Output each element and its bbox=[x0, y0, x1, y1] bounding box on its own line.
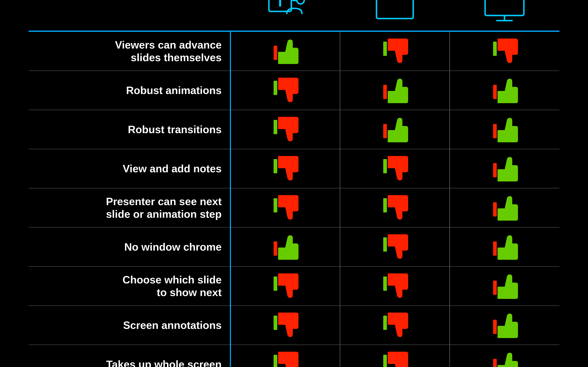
browser-cell bbox=[340, 267, 450, 306]
svg-rect-35 bbox=[278, 156, 282, 168]
feature-label-text: Robust animations bbox=[31, 84, 222, 97]
thumbs-up-icon bbox=[492, 312, 518, 338]
comparison-table: T bbox=[29, 0, 559, 367]
svg-rect-31 bbox=[388, 130, 391, 142]
svg-rect-33 bbox=[498, 130, 501, 142]
thumbs-down-icon bbox=[272, 194, 298, 221]
thumbs-down-icon bbox=[272, 351, 298, 367]
svg-rect-61 bbox=[388, 313, 391, 325]
thumbs-up-icon bbox=[492, 116, 518, 142]
monitor-icon bbox=[482, 0, 527, 24]
thumbs-down-icon bbox=[492, 38, 518, 64]
svg-rect-29 bbox=[278, 117, 282, 129]
table-row: Choose which slideto show next bbox=[29, 267, 559, 306]
thumbs-down-icon bbox=[381, 272, 408, 299]
svg-rect-27 bbox=[498, 91, 501, 103]
svg-rect-66 bbox=[383, 355, 387, 367]
svg-rect-26 bbox=[493, 85, 497, 99]
svg-point-3 bbox=[297, 0, 304, 4]
table-row: Robust transitions bbox=[29, 110, 559, 149]
svg-rect-4 bbox=[376, 0, 413, 18]
svg-rect-28 bbox=[274, 120, 277, 134]
thumbs-up-icon bbox=[492, 77, 518, 103]
feature-label-cell: View and add notes bbox=[29, 149, 230, 188]
feature-label-text: View and add notes bbox=[31, 162, 222, 175]
svg-rect-54 bbox=[383, 276, 387, 291]
teams-cell bbox=[230, 188, 340, 227]
thumbs-up-icon bbox=[272, 38, 298, 64]
svg-rect-30 bbox=[383, 124, 387, 138]
fullscreen-cell bbox=[450, 227, 559, 267]
svg-rect-62 bbox=[493, 320, 497, 334]
feature-label-cell: Screen annotations bbox=[29, 306, 230, 345]
thumbs-up-icon bbox=[381, 116, 408, 142]
fullscreen-cell bbox=[450, 32, 559, 71]
svg-rect-25 bbox=[388, 91, 391, 103]
svg-rect-57 bbox=[498, 287, 501, 299]
browser-cell bbox=[340, 306, 450, 345]
thumbs-down-icon bbox=[381, 312, 408, 338]
fullscreen-cell bbox=[450, 306, 559, 345]
feature-label-cell: Robust animations bbox=[29, 71, 230, 110]
header-teams: T bbox=[230, 0, 340, 31]
browser-cell bbox=[340, 345, 450, 367]
teams-cell bbox=[230, 149, 340, 188]
svg-rect-19 bbox=[388, 39, 391, 51]
svg-rect-16 bbox=[274, 46, 277, 60]
teams-cell bbox=[230, 345, 340, 367]
fullscreen-cell bbox=[450, 345, 559, 367]
thumbs-up-icon bbox=[492, 155, 518, 182]
feature-label-text: Viewers can advanceslides themselves bbox=[31, 39, 222, 64]
teams-icon: T bbox=[263, 0, 308, 24]
browser-cell bbox=[340, 110, 450, 149]
svg-rect-36 bbox=[383, 159, 387, 173]
svg-rect-56 bbox=[493, 281, 497, 295]
svg-rect-69 bbox=[498, 365, 501, 367]
thumbs-up-icon bbox=[492, 233, 518, 260]
svg-rect-55 bbox=[388, 273, 391, 286]
header-monitor bbox=[450, 0, 559, 31]
svg-rect-23 bbox=[278, 78, 282, 90]
teams-cell bbox=[230, 32, 340, 71]
feature-label-text: No window chrome bbox=[31, 241, 222, 253]
svg-rect-52 bbox=[274, 276, 277, 291]
teams-cell bbox=[230, 227, 340, 267]
table-row: Robust animations bbox=[29, 71, 559, 110]
svg-rect-60 bbox=[383, 316, 387, 330]
feature-label-cell: Choose which slideto show next bbox=[29, 267, 230, 306]
svg-rect-64 bbox=[274, 355, 277, 367]
thumbs-down-icon bbox=[381, 155, 408, 182]
svg-rect-39 bbox=[498, 169, 501, 182]
svg-rect-34 bbox=[274, 159, 277, 173]
table-row: Screen annotations bbox=[29, 306, 559, 345]
browser-cell bbox=[340, 227, 450, 267]
browser-icon bbox=[372, 0, 417, 24]
feature-label-cell: Presenter can see nextslide or animation… bbox=[29, 188, 230, 227]
thumbs-down-icon bbox=[381, 351, 408, 367]
thumbs-up-icon bbox=[492, 351, 518, 367]
svg-rect-37 bbox=[388, 156, 391, 168]
browser-cell bbox=[340, 149, 450, 188]
svg-text:T: T bbox=[276, 0, 285, 9]
svg-rect-67 bbox=[388, 352, 391, 364]
svg-rect-40 bbox=[274, 198, 277, 212]
svg-rect-50 bbox=[493, 242, 497, 256]
feature-label-text: Presenter can see nextslide or animation… bbox=[31, 195, 222, 221]
svg-rect-65 bbox=[278, 352, 282, 364]
thumbs-down-icon bbox=[272, 272, 298, 299]
fullscreen-cell bbox=[450, 267, 559, 306]
fullscreen-cell bbox=[450, 188, 559, 227]
svg-rect-41 bbox=[278, 195, 282, 207]
table-row: Viewers can advanceslides themselves bbox=[29, 32, 559, 71]
table-row: No window chrome bbox=[29, 227, 559, 267]
svg-rect-43 bbox=[388, 195, 391, 207]
teams-cell bbox=[230, 110, 340, 149]
feature-label-text: Robust transitions bbox=[31, 123, 222, 136]
feature-label-text: Screen annotations bbox=[31, 319, 222, 332]
thumbs-down-icon bbox=[381, 194, 408, 221]
svg-rect-42 bbox=[383, 198, 387, 212]
svg-rect-22 bbox=[274, 81, 277, 95]
svg-rect-59 bbox=[278, 313, 282, 325]
feature-label-cell: Takes up whole screen bbox=[29, 345, 230, 367]
svg-rect-48 bbox=[383, 237, 387, 252]
